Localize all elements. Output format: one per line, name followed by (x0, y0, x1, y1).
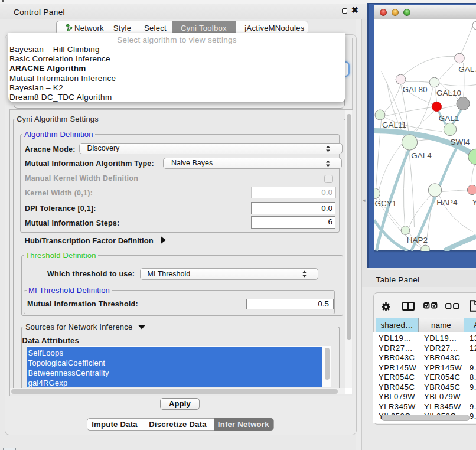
svg-text:GAL10: GAL10 (436, 89, 461, 97)
svg-text:GCY1: GCY1 (374, 199, 396, 208)
svg-text:GAL7: GAL7 (458, 64, 476, 73)
svg-text:SWI4: SWI4 (450, 137, 470, 146)
svg-text:Y: Y (472, 197, 476, 206)
svg-text:GAL11: GAL11 (382, 120, 406, 129)
svg-text:GAL4: GAL4 (411, 151, 432, 159)
svg-text:GAL1: GAL1 (438, 114, 459, 123)
svg-text:HAP2: HAP2 (406, 235, 427, 244)
svg-text:GAL80: GAL80 (402, 84, 427, 93)
svg-text:HAP4: HAP4 (436, 197, 458, 206)
